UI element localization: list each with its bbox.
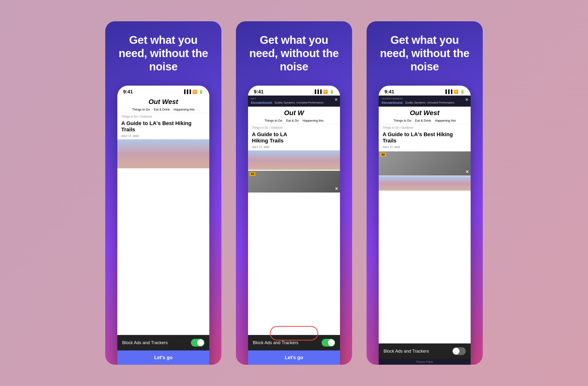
ad-banner-2: ENT ElevateSound. Quality Speakers. Unri… (248, 96, 340, 107)
site-logo-1: Out West (121, 98, 206, 106)
card-2-title: Get what you need, without the noise (246, 33, 342, 74)
website-header-3: Out West Things to Do Eat & Drink Happen… (379, 107, 471, 124)
signal-icon-1: ▐▐▐ (183, 89, 191, 94)
battery-icon-1: 🔋 (199, 89, 204, 94)
card-1-title: Get what you need, without the noise (115, 33, 212, 74)
video-ad-close-2[interactable]: ✕ (335, 186, 338, 191)
wifi-icon-2: 🛜 (323, 89, 328, 94)
status-time-3: 9:41 (384, 89, 394, 95)
status-bar-1: 9:41 ▐▐▐ 🛜 🔋 (117, 86, 209, 96)
status-bar-2: 9:41 ▐▐▐ 🛜 🔋 (248, 86, 340, 96)
ad-close-3[interactable]: ✕ (465, 98, 468, 102)
feature-card-3: Get what you need, without the noise 9:4… (367, 21, 483, 365)
nav-item-3b: Eat & Drink (415, 119, 431, 122)
article-date-1: JULY 17, 2022 (117, 135, 209, 139)
site-logo-2: Out W (252, 109, 336, 117)
phone-mockup-1: 9:41 ▐▐▐ 🛜 🔋 Out West Things to Do Eat &… (117, 86, 209, 365)
phone-mockup-3: 9:41 ▐▐▐ 🛜 🔋 ADVERTISEMENT ElevateSound.… (379, 86, 471, 365)
signal-icon-2: ▐▐▐ (313, 89, 322, 94)
status-time-2: 9:41 (254, 89, 264, 95)
phone-wrapper-1: 9:41 ▐▐▐ 🛜 🔋 Out West Things to Do Eat &… (115, 86, 212, 365)
feature-card-2: Get what you need, without the noise (236, 21, 352, 365)
site-nav-2: Things to Do Eat & Dri Happening this (252, 119, 336, 122)
wifi-icon-1: 🛜 (192, 89, 197, 94)
ad-content-2: ElevateSound. Quality Speakers. Unrivale… (251, 101, 337, 104)
ad-banner-3: ADVERTISEMENT ElevateSound. Quality Spea… (379, 96, 471, 107)
nav-item-3c: Happening this (435, 119, 456, 122)
nav-item-1a: Things to Do (132, 108, 150, 111)
bottom-bar-1: Block Ads and Trackers (117, 335, 209, 350)
toggle-3[interactable] (452, 347, 466, 355)
website-header-2: Out W Things to Do Eat & Dri Happening t… (248, 107, 340, 124)
block-ads-label-3: Block Ads and Trackers (383, 349, 429, 354)
breadcrumb-3: Things to Do / Outdoors (379, 124, 471, 130)
status-icons-2: ▐▐▐ 🛜 🔋 (313, 89, 334, 94)
lets-go-btn-2[interactable]: Let's go (248, 350, 340, 365)
video-ad-3: AD ✕ (379, 151, 471, 176)
site-nav-1: Things to Do Eat & Drink Happening this (121, 108, 206, 111)
card-3-title: Get what you need, without the noise (376, 33, 473, 74)
ad-label-2: ENT (251, 98, 337, 100)
toggle-1[interactable] (191, 339, 205, 346)
phone-content-3: Out West Things to Do Eat & Drink Happen… (379, 107, 471, 344)
nav-item-2b: Eat & Dri (286, 119, 299, 122)
phone-content-2: Out W Things to Do Eat & Dri Happening t… (248, 107, 340, 335)
website-header-1: Out West Things to Do Eat & Drink Happen… (117, 96, 209, 113)
signal-icon-3: ▐▐▐ (444, 89, 452, 94)
nav-item-2a: Things to Do (265, 119, 282, 122)
phone-wrapper-3: 9:41 ▐▐▐ 🛜 🔋 ADVERTISEMENT ElevateSound.… (376, 86, 473, 365)
nav-item-1b: Eat & Drink (154, 108, 170, 111)
breadcrumb-2: Things to Do / Outdoors (248, 124, 340, 130)
toggle-knob-2 (328, 339, 335, 346)
ad-slogan-3: Quality Speakers. Unrivaled Performance. (405, 101, 455, 104)
bottom-bar-3: Block Ads and Trackers (379, 344, 471, 359)
nav-item-1c: Happening this (173, 108, 194, 111)
article-image-1 (117, 139, 209, 168)
ad-content-3: ElevateSound. Quality Speakers. Unrivale… (382, 101, 468, 104)
ad-badge-2: AD (250, 172, 255, 176)
video-ad-close-3[interactable]: ✕ (465, 170, 469, 174)
article-date-3: JULY 17, 2022 (379, 146, 471, 150)
breadcrumb-1: Things to Do / Outdoors (117, 113, 209, 119)
status-bar-3: 9:41 ▐▐▐ 🛜 🔋 (379, 86, 471, 96)
breadcrumb-text-1: Things to Do / Outdoors (121, 115, 152, 118)
phone-mockup-2: 9:41 ▐▐▐ 🛜 🔋 ENT ElevateSound. Quality S… (248, 86, 340, 365)
ad-brand-2: ElevateSound. (251, 101, 273, 104)
battery-icon-3: 🔋 (460, 89, 465, 94)
site-nav-3: Things to Do Eat & Drink Happening this (382, 119, 467, 122)
ad-label-3: ADVERTISEMENT (382, 98, 468, 100)
ad-slogan-2: Quality Speakers. Unrivaled Performance. (275, 101, 324, 104)
status-icons-3: ▐▐▐ 🛜 🔋 (444, 89, 465, 94)
article-title-3: A Guide to LA's Best Hiking Trails (379, 130, 471, 146)
feature-card-1: Get what you need, without the noise 9:4… (105, 21, 221, 365)
block-ads-label-1: Block Ads and Trackers (122, 340, 168, 345)
toggle-knob-3 (453, 348, 460, 355)
nav-item-2c: Happening this (302, 119, 323, 122)
site-logo-3: Out West (382, 109, 467, 117)
page-background: Get what you need, without the noise 9:4… (0, 0, 588, 386)
article-title-1: A Guide to LA's Best Hiking Trails (117, 119, 209, 135)
video-ad-2: AD ✕ (248, 171, 340, 193)
block-ads-label-2: Block Ads and Trackers (253, 340, 298, 345)
toggle-knob-1 (197, 339, 204, 346)
article-date-2: JULY 17, 2022 (248, 146, 340, 150)
privacy-policy-3: Privacy Policy (379, 359, 471, 365)
lets-go-btn-1[interactable]: Let's go (117, 350, 209, 365)
article-image-2 (248, 150, 340, 170)
phone-wrapper-2: 9:41 ▐▐▐ 🛜 🔋 ENT ElevateSound. Quality S… (246, 86, 342, 365)
article-image-3 (379, 176, 471, 191)
nav-item-3a: Things to Do (394, 119, 411, 122)
toggle-2[interactable] (322, 339, 335, 346)
wifi-icon-3: 🛜 (454, 89, 459, 94)
ad-close-2[interactable]: ✕ (335, 98, 337, 102)
battery-icon-2: 🔋 (329, 89, 334, 94)
status-icons-1: ▐▐▐ 🛜 🔋 (183, 89, 204, 94)
bottom-bar-2: Block Ads and Trackers (248, 335, 340, 350)
ad-brand-3: ElevateSound. (382, 101, 403, 104)
ad-badge-3: AD (380, 153, 386, 157)
phone-content-1: Out West Things to Do Eat & Drink Happen… (117, 96, 209, 335)
article-title-2: A Guide to LAHiking Trails (248, 130, 340, 146)
status-time-1: 9:41 (123, 89, 133, 95)
